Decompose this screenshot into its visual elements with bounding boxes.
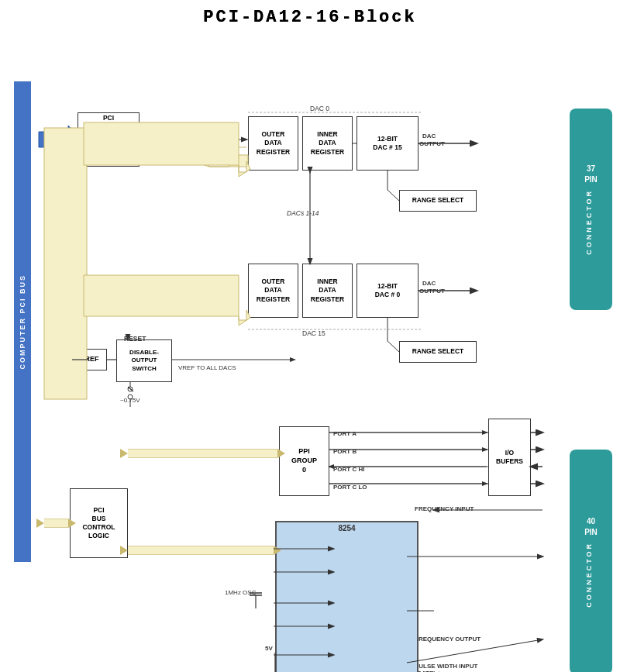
update-dacs-label: UPDATE DACS [149, 136, 196, 143]
svg-text:DAC: DAC [422, 280, 436, 287]
port-c-hi-label: PORT C HI [333, 466, 364, 473]
range-select-bottom: RANGE SELECT [399, 341, 477, 363]
range-select-top-label: RANGE SELECT [412, 196, 464, 205]
svg-line-19 [388, 341, 399, 352]
outer-data-reg-15-label: OUTER DATA REGISTER [257, 277, 290, 303]
io-buffers-box: I/O BUFERS [488, 419, 531, 496]
dac-chip-bottom-label: 12-BIT DAC # 0 [375, 282, 401, 299]
dac15-label: DAC 15 [302, 329, 326, 337]
svg-text:OUTPUT: OUTPUT [419, 140, 445, 147]
range-select-top: RANGE SELECT [399, 190, 477, 212]
svg-marker-33 [120, 449, 128, 458]
inner-data-reg-15: INNER DATA REGISTER [302, 264, 353, 318]
outer-data-reg-0: OUTER DATA REGISTER [248, 116, 298, 171]
range-select-bottom-label: RANGE SELECT [412, 347, 464, 356]
pulse-width-label: PULSE WIDTH INPUT(GATE) [415, 663, 477, 672]
port-c-lo-label: PORT C LO [333, 484, 367, 491]
connector-37-label2: CONNECTOR [584, 189, 594, 255]
freq-input-label: FREQUENCY INPUT [415, 505, 474, 512]
ppi-group-box: PPI GROUP 0 [279, 426, 329, 496]
svg-line-17 [388, 190, 399, 201]
outer-data-reg-0-label: OUTER DATA REGISTER [257, 130, 290, 156]
io-buffers-label: I/O BUFERS [496, 449, 523, 466]
pci-bus-bar: COMPUTER PCI BUS [14, 81, 31, 562]
svg-line-62 [407, 639, 542, 663]
svg-point-24 [128, 387, 133, 391]
connector-40-label: PIN [584, 527, 598, 538]
vref-to-all-label: VREF TO ALL DACS [178, 364, 236, 371]
connector-37-label: PIN [584, 174, 598, 185]
vref-label: VREF [80, 355, 98, 364]
disable-switch-label: DISABLE- OUTPUT SWITCH [129, 349, 159, 373]
svg-line-28 [128, 387, 133, 391]
pci-bus-label: COMPUTER PCI BUS [19, 274, 26, 370]
freq-output-label: FREQUENCY OUTPUT [415, 636, 480, 643]
pci-address-box: PCI ADDRESS DECODE AND BUS INTERFACE [78, 112, 140, 167]
dac-chip-top: 12-BIT DAC # 15 [356, 116, 418, 171]
timer-8254-outer: 8254 INPUT GATE OUT CTR0 INPUT GATE OUT … [275, 521, 418, 672]
dacs-label: DACs 1-14 [287, 209, 319, 217]
voltage-075-label: ~0.75V [120, 397, 140, 404]
dac-chip-bottom: 12-BIT DAC # 0 [356, 264, 418, 318]
svg-marker-7 [84, 275, 250, 326]
pci-address-label: PCI ADDRESS DECODE AND BUS INTERFACE [90, 114, 127, 165]
svg-text:OUTPUT: OUTPUT [419, 288, 445, 295]
outer-data-reg-15: OUTER DATA REGISTER [248, 264, 298, 318]
svg-marker-0 [39, 126, 81, 153]
timer-8254-title: 8254 [277, 524, 417, 532]
voltage-12-label: +12VDC [57, 355, 80, 362]
pci-control-label: PCI BUS CONTROL LOGIC [82, 506, 115, 540]
inner-data-reg-0-label: INNER DATA REGISTER [311, 130, 344, 156]
pci-control-box: PCI BUS CONTROL LOGIC [70, 488, 128, 558]
page-title-main: PCI-DA12-16-Block [0, 8, 620, 27]
inner-data-reg-15-label: INNER DATA REGISTER [311, 277, 344, 303]
connector-40-label2: CONNECTOR [584, 542, 594, 608]
connector-40-pins: 40 [584, 516, 598, 527]
dac0-label: DAC 0 [310, 105, 329, 112]
voltage-5v-label: 5V [265, 645, 273, 652]
disable-switch-box: DISABLE- OUTPUT SWITCH [116, 339, 172, 382]
connector-40: 40 PIN CONNECTOR [570, 450, 612, 672]
dac-chip-top-label: 12-BIT DAC # 15 [373, 135, 401, 152]
mhz-osc-label: 1MHz OSC [225, 589, 256, 596]
connector-37: 37 PIN CONNECTOR [570, 109, 612, 310]
connector-37-pins: 37 [584, 164, 598, 174]
ppi-group-label: PPI GROUP 0 [291, 447, 317, 474]
svg-marker-30 [84, 430, 225, 438]
reset-label: RESET [124, 335, 146, 343]
svg-marker-45 [36, 519, 44, 528]
port-b-label: PORT B [333, 448, 356, 455]
inner-data-reg-0: INNER DATA REGISTER [302, 116, 353, 171]
port-a-label: PORT A [333, 430, 356, 437]
svg-text:DAC: DAC [422, 133, 436, 140]
